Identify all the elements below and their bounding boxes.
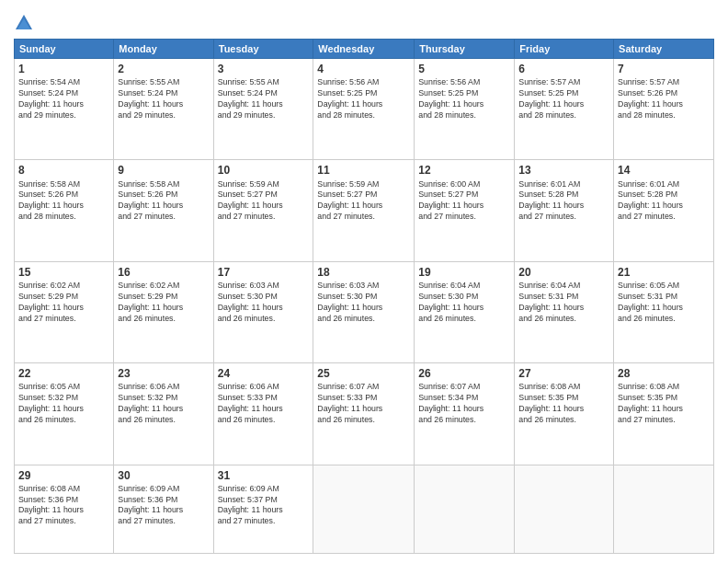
calendar-header-thursday: Thursday [415,40,515,59]
calendar-table: SundayMondayTuesdayWednesdayThursdayFrid… [14,39,714,554]
day-number: 10 [218,163,310,178]
calendar-day-18: 18Sunrise: 6:03 AM Sunset: 5:30 PM Dayli… [313,261,415,362]
calendar-day-29: 29Sunrise: 6:08 AM Sunset: 5:36 PM Dayli… [15,465,114,554]
day-info: Sunrise: 5:54 AM Sunset: 5:24 PM Dayligh… [18,77,109,121]
calendar-day-2: 2Sunrise: 5:55 AM Sunset: 5:24 PM Daylig… [114,59,213,160]
calendar-day-empty [313,465,415,554]
day-number: 22 [18,366,109,381]
day-number: 16 [118,265,209,280]
calendar-day-4: 4Sunrise: 5:56 AM Sunset: 5:25 PM Daylig… [313,59,415,160]
calendar-day-28: 28Sunrise: 6:08 AM Sunset: 5:35 PM Dayli… [614,363,714,465]
day-number: 11 [317,163,410,178]
calendar-day-22: 22Sunrise: 6:05 AM Sunset: 5:32 PM Dayli… [15,363,114,465]
day-info: Sunrise: 6:08 AM Sunset: 5:35 PM Dayligh… [518,382,609,426]
calendar-week-row-4: 22Sunrise: 6:05 AM Sunset: 5:32 PM Dayli… [15,363,714,465]
calendar-day-8: 8Sunrise: 5:58 AM Sunset: 5:26 PM Daylig… [15,160,114,261]
day-info: Sunrise: 5:59 AM Sunset: 5:27 PM Dayligh… [317,179,410,224]
calendar-header-wednesday: Wednesday [313,40,415,59]
day-number: 14 [618,163,710,178]
calendar-day-25: 25Sunrise: 6:07 AM Sunset: 5:33 PM Dayli… [313,363,415,465]
calendar-header-friday: Friday [515,40,614,59]
calendar-day-20: 20Sunrise: 6:04 AM Sunset: 5:31 PM Dayli… [515,261,614,362]
calendar-day-13: 13Sunrise: 6:01 AM Sunset: 5:28 PM Dayli… [515,160,614,261]
day-info: Sunrise: 5:55 AM Sunset: 5:24 PM Dayligh… [218,77,310,121]
day-info: Sunrise: 6:07 AM Sunset: 5:33 PM Dayligh… [317,382,410,426]
day-info: Sunrise: 6:03 AM Sunset: 5:30 PM Dayligh… [317,281,410,325]
day-number: 5 [418,62,510,76]
day-info: Sunrise: 6:01 AM Sunset: 5:28 PM Dayligh… [518,179,609,224]
calendar-day-11: 11Sunrise: 5:59 AM Sunset: 5:27 PM Dayli… [313,160,415,261]
calendar-day-15: 15Sunrise: 6:02 AM Sunset: 5:29 PM Dayli… [15,261,114,362]
calendar-day-7: 7Sunrise: 5:57 AM Sunset: 5:26 PM Daylig… [614,59,714,160]
calendar-day-empty [515,465,614,554]
day-number: 21 [618,265,710,280]
day-info: Sunrise: 6:09 AM Sunset: 5:37 PM Dayligh… [218,484,310,528]
calendar-day-27: 27Sunrise: 6:08 AM Sunset: 5:35 PM Dayli… [515,363,614,465]
logo [14,13,38,33]
calendar-day-6: 6Sunrise: 5:57 AM Sunset: 5:25 PM Daylig… [515,59,614,160]
day-info: Sunrise: 6:00 AM Sunset: 5:27 PM Dayligh… [418,179,510,224]
day-number: 12 [418,163,510,178]
day-number: 27 [518,366,609,381]
day-info: Sunrise: 5:59 AM Sunset: 5:27 PM Dayligh… [218,179,310,224]
calendar-day-empty [614,465,714,554]
calendar-week-row-1: 1Sunrise: 5:54 AM Sunset: 5:24 PM Daylig… [15,59,714,160]
day-info: Sunrise: 5:58 AM Sunset: 5:26 PM Dayligh… [118,179,209,224]
day-number: 19 [418,265,510,280]
header [14,9,714,33]
calendar-day-23: 23Sunrise: 6:06 AM Sunset: 5:32 PM Dayli… [114,363,213,465]
calendar-day-3: 3Sunrise: 5:55 AM Sunset: 5:24 PM Daylig… [213,59,313,160]
calendar-day-26: 26Sunrise: 6:07 AM Sunset: 5:34 PM Dayli… [415,363,515,465]
calendar-header-row: SundayMondayTuesdayWednesdayThursdayFrid… [15,40,714,59]
day-info: Sunrise: 6:06 AM Sunset: 5:33 PM Dayligh… [218,382,310,426]
calendar-day-9: 9Sunrise: 5:58 AM Sunset: 5:26 PM Daylig… [114,160,213,261]
day-number: 3 [218,62,310,76]
day-info: Sunrise: 6:08 AM Sunset: 5:35 PM Dayligh… [618,382,710,426]
day-info: Sunrise: 6:01 AM Sunset: 5:28 PM Dayligh… [618,179,710,224]
day-info: Sunrise: 6:03 AM Sunset: 5:30 PM Dayligh… [218,281,310,325]
day-number: 31 [218,468,310,483]
day-number: 20 [518,265,609,280]
day-number: 2 [118,62,209,76]
day-number: 28 [618,366,710,381]
day-info: Sunrise: 6:05 AM Sunset: 5:31 PM Dayligh… [618,281,710,325]
day-info: Sunrise: 6:06 AM Sunset: 5:32 PM Dayligh… [118,382,209,426]
calendar-header-tuesday: Tuesday [213,40,313,59]
calendar-day-16: 16Sunrise: 6:02 AM Sunset: 5:29 PM Dayli… [114,261,213,362]
day-number: 7 [618,62,710,76]
day-number: 24 [218,366,310,381]
day-number: 9 [118,163,209,178]
calendar-week-row-3: 15Sunrise: 6:02 AM Sunset: 5:29 PM Dayli… [15,261,714,362]
calendar-day-31: 31Sunrise: 6:09 AM Sunset: 5:37 PM Dayli… [213,465,313,554]
day-info: Sunrise: 5:55 AM Sunset: 5:24 PM Dayligh… [118,77,209,121]
day-info: Sunrise: 6:07 AM Sunset: 5:34 PM Dayligh… [418,382,510,426]
day-number: 29 [18,468,109,483]
calendar-week-row-5: 29Sunrise: 6:08 AM Sunset: 5:36 PM Dayli… [15,465,714,554]
calendar-day-19: 19Sunrise: 6:04 AM Sunset: 5:30 PM Dayli… [415,261,515,362]
day-number: 17 [218,265,310,280]
calendar-day-17: 17Sunrise: 6:03 AM Sunset: 5:30 PM Dayli… [213,261,313,362]
day-number: 13 [518,163,609,178]
day-number: 4 [317,62,410,76]
calendar-day-5: 5Sunrise: 5:56 AM Sunset: 5:25 PM Daylig… [415,59,515,160]
calendar-header-monday: Monday [114,40,213,59]
day-number: 8 [18,163,109,178]
day-number: 18 [317,265,410,280]
day-info: Sunrise: 5:57 AM Sunset: 5:26 PM Dayligh… [618,77,710,121]
day-info: Sunrise: 6:05 AM Sunset: 5:32 PM Dayligh… [18,382,109,426]
calendar-week-row-2: 8Sunrise: 5:58 AM Sunset: 5:26 PM Daylig… [15,160,714,261]
day-number: 26 [418,366,510,381]
calendar-day-30: 30Sunrise: 6:09 AM Sunset: 5:36 PM Dayli… [114,465,213,554]
day-info: Sunrise: 5:56 AM Sunset: 5:25 PM Dayligh… [418,77,510,121]
day-number: 6 [518,62,609,76]
calendar-header-sunday: Sunday [15,40,114,59]
day-info: Sunrise: 5:56 AM Sunset: 5:25 PM Dayligh… [317,77,410,121]
day-number: 1 [18,62,109,76]
day-info: Sunrise: 6:02 AM Sunset: 5:29 PM Dayligh… [118,281,209,325]
calendar-day-24: 24Sunrise: 6:06 AM Sunset: 5:33 PM Dayli… [213,363,313,465]
calendar-day-1: 1Sunrise: 5:54 AM Sunset: 5:24 PM Daylig… [15,59,114,160]
logo-icon [14,13,34,33]
day-info: Sunrise: 6:04 AM Sunset: 5:31 PM Dayligh… [518,281,609,325]
day-info: Sunrise: 5:57 AM Sunset: 5:25 PM Dayligh… [518,77,609,121]
day-info: Sunrise: 6:08 AM Sunset: 5:36 PM Dayligh… [18,484,109,528]
